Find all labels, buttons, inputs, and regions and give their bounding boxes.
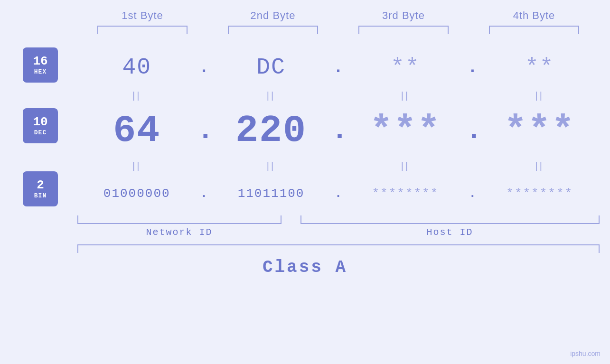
bracket-2 — [228, 26, 318, 34]
hex-badge-slot: 16 HEX — [23, 44, 66, 82]
bracket-4 — [489, 26, 579, 34]
bottom-bracket-row — [77, 215, 600, 224]
eq-row-1: || || || || — [66, 86, 610, 104]
host-bracket — [300, 215, 600, 224]
class-bracket — [77, 244, 600, 253]
bin-dot-1: . — [197, 187, 211, 201]
bin-row: 01000000 . 11011100 . ******** . *******… — [66, 175, 610, 213]
footer: ipshu.com — [570, 350, 601, 357]
dec-dot-3: . — [465, 114, 479, 147]
dec-val-3: *** — [353, 109, 458, 152]
dec-row: 64 . 220 . *** . *** — [66, 104, 610, 157]
bin-val-1: 01000000 — [84, 187, 189, 201]
dec-val-2: 220 — [219, 109, 323, 152]
bin-dot-3: . — [465, 187, 479, 201]
dec-dot-1: . — [197, 114, 211, 147]
hex-badge-num: 16 — [33, 55, 47, 68]
byte-header-2: 2nd Byte — [221, 9, 325, 22]
eq-2: || — [219, 90, 323, 101]
dec-badge-num: 10 — [33, 115, 47, 129]
dec-dot-2: . — [331, 114, 345, 147]
hex-val-3: ** — [353, 55, 458, 80]
dec-badge-label: DEC — [34, 129, 47, 136]
bin-badge-label: BIN — [34, 192, 47, 199]
hex-badge: 16 HEX — [23, 47, 58, 83]
byte-header-1: 1st Byte — [90, 9, 195, 22]
eq-3: || — [353, 90, 458, 101]
byte-headers: 1st Byte 2nd Byte 3rd Byte 4th Byte — [77, 9, 600, 22]
dec-badge-slot: 10 DEC — [23, 100, 66, 152]
eq-1: || — [84, 90, 189, 101]
class-label: Class A — [263, 258, 347, 277]
eq-6: || — [219, 160, 323, 171]
bin-val-4: ******** — [488, 187, 592, 201]
byte-header-4: 4th Byte — [482, 9, 586, 22]
class-label-row: Class A — [0, 258, 610, 277]
bin-badge: 2 BIN — [23, 171, 58, 206]
hex-dot-2: . — [331, 58, 345, 77]
bin-val-2: 11011100 — [219, 187, 323, 201]
bracket-1 — [97, 26, 188, 34]
host-id-label: Host ID — [300, 227, 600, 238]
badges-column: 16 HEX 10 DEC 2 BIN — [0, 44, 66, 213]
byte-header-3: 3rd Byte — [351, 9, 456, 22]
bin-badge-slot: 2 BIN — [23, 170, 66, 208]
network-id-label: Network ID — [77, 227, 282, 238]
eq-8: || — [488, 160, 592, 171]
hex-dot-3: . — [465, 58, 479, 77]
eq-7: || — [353, 160, 458, 171]
hex-val-1: 40 — [84, 55, 189, 80]
data-grid: 40 . DC . ** . ** || || || || 64 — [66, 44, 610, 213]
eq-5: || — [84, 160, 189, 171]
hex-val-4: ** — [488, 55, 592, 80]
data-section: 16 HEX 10 DEC 2 BIN — [0, 44, 610, 213]
network-bracket — [77, 215, 282, 224]
id-labels-row: Network ID Host ID — [77, 227, 600, 238]
bracket-3 — [358, 26, 449, 34]
top-brackets — [77, 26, 600, 34]
hex-dot-1: . — [197, 58, 211, 77]
dec-badge: 10 DEC — [23, 108, 58, 143]
bin-val-3: ******** — [353, 187, 458, 201]
dec-val-4: *** — [488, 109, 592, 152]
hex-badge-label: HEX — [34, 68, 47, 75]
hex-row: 40 . DC . ** . ** — [66, 48, 610, 86]
bin-dot-2: . — [331, 187, 345, 201]
eq-4: || — [488, 90, 592, 101]
bin-badge-num: 2 — [37, 178, 44, 192]
hex-val-2: DC — [219, 55, 323, 80]
main-container: 1st Byte 2nd Byte 3rd Byte 4th Byte 16 H… — [0, 0, 610, 364]
dec-val-1: 64 — [84, 109, 189, 152]
eq-row-2: || || || || — [66, 157, 610, 175]
